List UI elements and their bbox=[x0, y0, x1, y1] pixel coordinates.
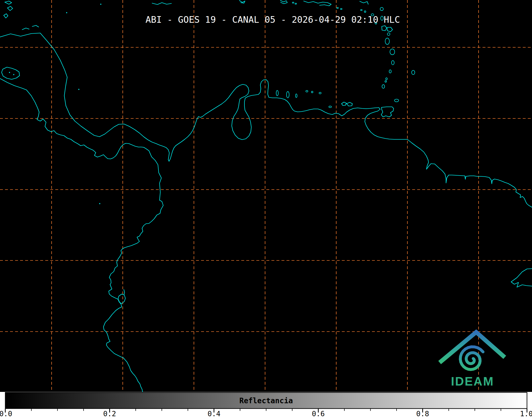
colorbar-tick-label: 0.0 bbox=[0, 410, 12, 417]
satellite-map-figure: ABI - GOES 19 - CANAL 05 - 2026-04-29 02… bbox=[0, 0, 532, 417]
islet-dot bbox=[66, 12, 67, 13]
map-title: ABI - GOES 19 - CANAL 05 - 2026-04-29 02… bbox=[145, 14, 400, 25]
satellite-viewer: ABI - GOES 19 - CANAL 05 - 2026-04-29 02… bbox=[0, 0, 532, 417]
colorbar-tick-label: 0.6 bbox=[312, 410, 325, 417]
islet-dot bbox=[13, 74, 14, 75]
colorbar-tick-label: 0.2 bbox=[103, 410, 116, 417]
islet-dot bbox=[9, 72, 10, 73]
colorbar-tick-label: 0.4 bbox=[207, 410, 220, 417]
colorbar-tick-label: 1.0 bbox=[520, 410, 532, 417]
islet-dot bbox=[99, 203, 100, 204]
islet-dot bbox=[78, 89, 79, 90]
islet-dot bbox=[100, 4, 101, 5]
colorbar-tick-label: 0.8 bbox=[416, 410, 429, 417]
colorbar-label: Reflectancia bbox=[239, 396, 293, 405]
logo-text: IDEAM bbox=[451, 374, 494, 388]
map-background bbox=[0, 0, 532, 392]
